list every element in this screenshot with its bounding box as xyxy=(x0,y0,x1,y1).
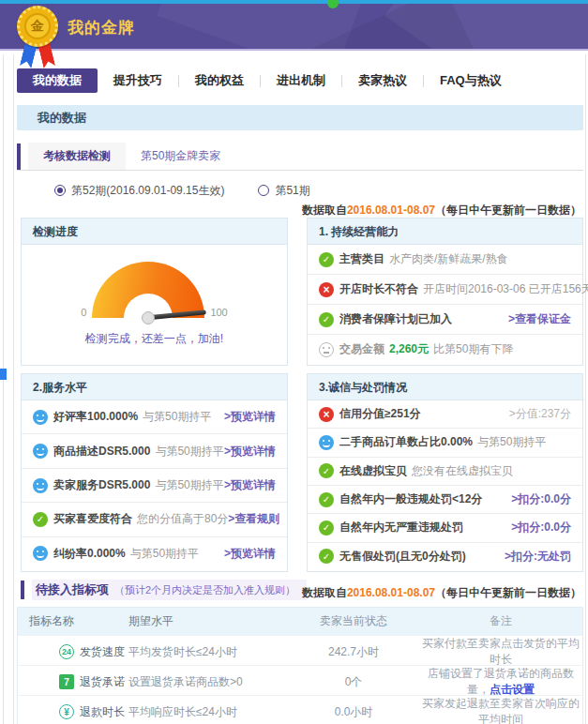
row-value: 与第50期持平 xyxy=(155,477,223,493)
panel3-row-virtual-items: ✓ 在线虚拟宝贝 您没有在线虚拟宝贝 xyxy=(308,458,582,486)
panel2-row-buyer-favor: ✓ 买家喜爱度符合 您的分值高于80分 >查看规则 xyxy=(22,503,287,536)
period-selector: 第52期(2016.09.01-09.15生效) 第51期 xyxy=(54,182,310,199)
scroll-marker xyxy=(0,369,7,380)
subtab-period50-sellers[interactable]: 第50期金牌卖家 xyxy=(126,143,235,170)
cross-icon: × xyxy=(319,282,334,297)
data-source-note: 数据取自2016.08.01-08.07（每日中午更新前一日数据） xyxy=(302,585,581,601)
data-source-prefix: 数据取自 xyxy=(302,586,347,599)
pending-accent-bar xyxy=(21,581,24,599)
col-header-note: 备注 xyxy=(419,613,582,629)
preview-detail-link[interactable]: >预览详情 xyxy=(224,409,276,425)
panel3-title: 3.诚信与处罚情况 xyxy=(308,374,582,400)
gauge-max-label: 100 xyxy=(210,307,227,318)
pending-subtitle: （预计2个月内决定是否加入准入规则） xyxy=(114,583,295,597)
subtab-assessment-data[interactable]: 考核数据检测 xyxy=(28,143,126,170)
tab-entry-exit-rules[interactable]: 进出机制 xyxy=(261,68,341,93)
indicator-name: 退货承诺 xyxy=(80,674,125,690)
gauge-caption: 检测完成，还差一点，加油! xyxy=(85,331,223,347)
preview-detail-link[interactable]: >预览详情 xyxy=(224,546,276,562)
tab-faq[interactable]: FAQ与热议 xyxy=(424,68,518,93)
table-row-return-promise: 7 退货承诺 设置退货承诺商品数>0 0个 店铺设置了退货承诺的商品数量，点击设… xyxy=(18,665,582,695)
panel2-title: 2.服务水平 xyxy=(22,374,287,400)
row-label: 开店时长不符合 xyxy=(339,281,418,297)
panel3-row-counterfeit: ✓ 无售假处罚(且无0分处罚) >扣分:无处罚 xyxy=(308,543,582,570)
pending-indicators-table: 指标名称 期望水平 卖家当前状态 备注 24 发货速度 平均发货时长≤24小时 … xyxy=(17,607,583,724)
section-title: 我的数据 xyxy=(38,110,86,127)
row-value: 与第50期持平 xyxy=(130,546,199,562)
gauge-min-label: 0 xyxy=(81,307,86,318)
expected-level: 平均响应时长≤24小时 xyxy=(128,704,288,720)
panel2-row-service-dsr: 卖家服务DSR5.000 与第50期持平 >预览详情 xyxy=(22,469,287,503)
speed-24h-icon: 24 xyxy=(59,644,74,659)
row-value: 您的分值高于80分 xyxy=(137,511,228,527)
main-nav: 我的数据 提升技巧 我的权益 进出机制 卖家热议 FAQ与热议 xyxy=(17,68,583,94)
deduction-link[interactable]: >扣分:无处罚 xyxy=(505,549,571,565)
view-deposit-link[interactable]: >查看保证金 xyxy=(508,311,571,327)
panel1-row-transaction-amount: 交易金额 2,260元 比第50期有下降 xyxy=(308,335,582,364)
radio-period-51-label: 第51期 xyxy=(275,183,309,199)
gauge-arc xyxy=(92,262,204,318)
expected-level: 平均发货时长≤24小时 xyxy=(128,644,288,660)
panel3-row-serious-violation: ✓ 自然年内无严重违规处罚 >扣分:0.0分 xyxy=(308,514,582,542)
radio-unselected-icon[interactable] xyxy=(258,185,269,196)
panel1-row-consumer-protection: ✓ 消费者保障计划已加入 >查看保证金 xyxy=(308,305,582,335)
gold-seller-dashboard: 我的金牌 金 我的数据 提升技巧 我的权益 进出机制 卖家热议 FAQ与热议 我… xyxy=(0,0,588,724)
data-source-suffix: （每日中午更新前一日数据） xyxy=(435,204,581,217)
row-label: 交易金额 xyxy=(339,341,384,357)
deduction-link[interactable]: >扣分:0.0分 xyxy=(511,520,571,535)
click-to-set-link[interactable]: 点击设置 xyxy=(490,683,535,696)
panel1-row-main-category: ✓ 主营类目 水产肉类/新鲜蔬果/熟食 xyxy=(308,245,582,275)
panel-progress-title: 检测进度 xyxy=(22,219,287,245)
row-label: 买家喜爱度符合 xyxy=(53,511,132,527)
row-label: 纠纷率0.000% xyxy=(53,546,126,562)
section-title-bar: 我的数据 xyxy=(17,105,583,130)
indicator-name: 发货速度 xyxy=(80,644,125,660)
tab-improve-skills[interactable]: 提升技巧 xyxy=(98,68,178,93)
return-promise-icon: 7 xyxy=(59,674,74,689)
current-status: 0.0小时 xyxy=(288,704,419,720)
row-label: 无售假处罚(且无0分处罚) xyxy=(339,549,466,565)
panel1-row-shop-age: × 开店时长不符合 开店时间2016-03-06 已开店156天 xyxy=(308,275,582,305)
check-icon: ✓ xyxy=(319,520,334,535)
smile-icon xyxy=(33,546,48,561)
row-label: 消费者保障计划已加入 xyxy=(339,311,452,327)
preview-detail-link[interactable]: >预览详情 xyxy=(224,477,276,493)
score-value-link: >分值:237分 xyxy=(509,406,571,422)
expected-level: 设置退货承诺商品数>0 xyxy=(128,674,288,690)
radio-period-51[interactable]: 第51期 xyxy=(258,183,309,199)
radio-period-52[interactable]: 第52期(2016.09.01-09.15生效) xyxy=(54,183,224,199)
preview-detail-link[interactable]: >预览详情 xyxy=(224,444,276,460)
panel3-row-credit-score: × 信用分值≥251分 >分值:237分 xyxy=(308,400,582,429)
smile-icon xyxy=(319,435,334,450)
col-header-indicator: 指标名称 xyxy=(18,613,128,629)
radio-selected-icon[interactable] xyxy=(54,185,66,196)
row-label: 自然年内一般违规处罚<12分 xyxy=(339,491,482,507)
row-label: 商品描述DSR5.000 xyxy=(53,444,150,460)
tab-seller-discussion[interactable]: 卖家热议 xyxy=(342,68,423,93)
cross-icon: × xyxy=(319,407,334,422)
gauge-needle xyxy=(148,309,206,320)
check-icon: ✓ xyxy=(319,549,334,564)
medal-text: 金 xyxy=(24,13,51,39)
row-value: 您没有在线虚拟宝贝 xyxy=(412,463,513,479)
table-row-delivery-speed: 24 发货速度 平均发货时长≤24小时 242.7小时 买家付款至卖家点击发货的… xyxy=(18,635,582,665)
indicator-name: 退款时长 xyxy=(80,704,125,720)
panel2-row-positive-rate: 好评率100.000% 与第50期持平 >预览详情 xyxy=(22,400,287,434)
page-header: 我的金牌 xyxy=(0,4,588,51)
panel2-row-item-dsr: 商品描述DSR5.000 与第50期持平 >预览详情 xyxy=(22,434,287,468)
refund-time-icon: ¥ xyxy=(59,704,74,719)
data-source-prefix: 数据取自 xyxy=(302,204,347,217)
view-rules-link[interactable]: >查看规则 xyxy=(228,511,279,527)
subtab-accent-bar xyxy=(17,143,21,170)
data-source-date: 2016.08.01-08.07 xyxy=(347,586,435,599)
deduction-link[interactable]: >扣分:0.0分 xyxy=(511,491,571,507)
tab-my-benefits[interactable]: 我的权益 xyxy=(179,68,260,93)
row-label: 自然年内无严重违规处罚 xyxy=(339,520,463,535)
pending-indicators-header: 待接入指标项 （预计2个月内决定是否加入准入规则） xyxy=(21,580,307,600)
row-label: 二手商品订单数占比0.00% xyxy=(339,434,473,450)
table-row-refund-time: ¥ 退款时长 平均响应时长≤24小时 0.0小时 买家发起退款至卖家首次响应的平… xyxy=(18,695,582,724)
gold-medal-icon: 金 xyxy=(16,6,61,75)
data-source-suffix: （每日中午更新前一日数据） xyxy=(435,586,581,599)
current-status: 242.7小时 xyxy=(288,644,419,660)
progress-gauge: 0 100 检测完成，还差一点，加油! xyxy=(22,245,287,364)
